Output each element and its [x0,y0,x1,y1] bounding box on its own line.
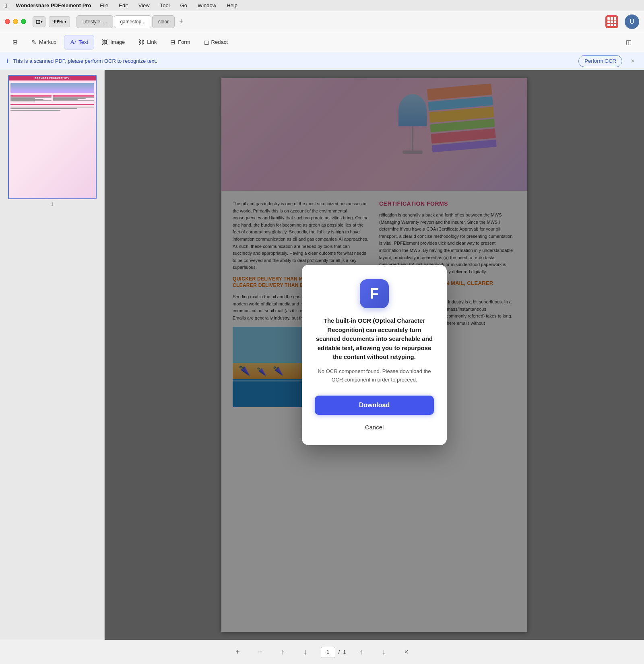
thumb-section-orange [10,104,94,105]
menu-edit[interactable]: Edit [117,2,129,9]
modal-app-icon: F [360,279,389,308]
bottom-bar: + − ↑ ↓ / 1 ↑ ↓ × [0,640,644,664]
apple-logo:  [5,2,7,9]
modal-icon-letter: F [370,285,379,302]
menu-help[interactable]: Help [225,2,239,9]
markup-icon: ✎ [31,39,37,46]
download-button[interactable]: Download [315,396,434,415]
modal-description: No OCR component found. Please download … [315,367,434,384]
tab-lifestyle[interactable]: Lifestyle -... [76,15,113,28]
ocr-banner-text: This is a scanned PDF, please perform OC… [13,58,574,64]
thumb-col-right [53,95,94,101]
tool-text-label: Text [78,39,88,45]
menu-tool[interactable]: Tool [159,2,171,9]
menu-file[interactable]: File [98,2,110,9]
zoom-chevron-icon: ▾ [64,19,66,24]
app-name: Wondershare PDFelement Pro [16,2,91,8]
fit-page-button[interactable]: ↑ [276,645,290,660]
cancel-button[interactable]: Cancel [355,421,394,434]
maximize-window-button[interactable] [21,19,26,24]
tool-panel-button[interactable]: ◫ [620,35,638,49]
menu-go[interactable]: Go [179,2,189,9]
page-thumb-inner: PROMOTE PRODUCTIVITY [9,76,96,198]
modal-title: The built-in OCR (Optical Character Reco… [315,316,434,362]
pdf-content-area[interactable]: The oil and gas industry is one of the m… [105,70,644,640]
redact-icon: ◻ [204,39,209,46]
thumb-line-b3 [10,110,61,111]
thumb-col-area [10,95,94,101]
thumb-body [9,80,96,112]
menu-window[interactable]: Window [196,2,218,9]
tab-bar: Lifestyle -... gamestop... color + [76,15,599,28]
tab-gamestop[interactable]: gamestop... [114,15,151,28]
tab-color[interactable]: color [152,15,175,28]
main-area: PROMOTE PRODUCTIVITY [0,70,644,640]
link-icon: ⛓ [138,39,144,45]
grid-icon [607,17,616,26]
zoom-out-button[interactable]: − [253,645,268,660]
sidebar-toggle-chevron: ▾ [41,19,43,24]
image-icon: 🖼 [102,39,108,45]
close-window-button[interactable] [5,19,10,24]
tool-link-label: Link [147,39,157,45]
thumb-line-b1 [10,107,94,107]
sidebar: PROMOTE PRODUCTIVITY [0,70,105,640]
minimize-window-button[interactable] [13,19,18,24]
ocr-banner: ℹ This is a scanned PDF, please perform … [0,52,644,70]
tool-redact-label: Redact [211,39,228,45]
perform-ocr-button[interactable]: Perform OCR [578,55,622,67]
prev-page-button[interactable]: ↑ [354,645,368,660]
tool-form-button[interactable]: ⊟ Form [164,35,196,49]
thumb-header: PROMOTE PRODUCTIVITY [9,76,96,80]
page-number-label: 1 [51,202,54,207]
panel-icon: ◫ [626,39,632,46]
tool-image-label: Image [110,39,125,45]
tool-form-label: Form [178,39,190,45]
text-icon: A/ [70,39,76,45]
close-document-button[interactable]: × [399,645,413,660]
sidebar-toggle-icon: ⊡ [36,19,41,25]
zoom-control[interactable]: 99% ▾ [49,16,70,27]
grid-view-button[interactable] [605,15,618,28]
add-tab-button[interactable]: + [175,16,187,27]
info-icon: ℹ [6,58,9,65]
pages-icon: ⊞ [12,39,18,46]
modal-overlay: F The built-in OCR (Optical Character Re… [105,70,644,640]
thumb-section-pink [10,95,52,97]
avatar-icon: U [630,18,634,25]
toolbar: ⊡ ▾ 99% ▾ Lifestyle -... gamestop... col… [0,11,644,32]
form-icon: ⊟ [170,39,175,46]
tool-link-button[interactable]: ⛓ Link [132,35,163,49]
page-separator: / [339,649,340,655]
menu-view[interactable]: View [137,2,151,9]
page-number-input[interactable] [321,647,335,658]
tool-image-button[interactable]: 🖼 Image [96,35,131,49]
thumb-line-b2 [10,108,77,109]
tool-text-button[interactable]: A/ Text [64,35,94,49]
tools-bar: ⊞ ✎ Markup A/ Text 🖼 Image ⛓ Link ⊟ Form… [0,32,644,52]
thumb-img-area [10,83,94,93]
page-thumbnail-1[interactable]: PROMOTE PRODUCTIVITY [8,75,97,199]
thumb-col-left [10,95,52,101]
thumb-section-pink-right [53,95,94,97]
tool-redact-button[interactable]: ◻ Redact [198,35,234,49]
page-indicator: / 1 [321,647,346,658]
next-page-button[interactable]: ↓ [376,645,391,660]
ocr-modal: F The built-in OCR (Optical Character Re… [302,265,447,445]
thumb-line-r4 [53,100,94,101]
zoom-level: 99% [52,19,63,25]
fit-width-button[interactable]: ↓ [298,645,313,660]
tool-markup-button[interactable]: ✎ Markup [25,35,62,49]
sidebar-toggle-button[interactable]: ⊡ ▾ [33,16,45,27]
thumb-line-5 [10,101,35,101]
tool-markup-label: Markup [39,39,56,45]
zoom-in-button[interactable]: + [231,645,245,660]
close-ocr-banner-button[interactable]: × [628,56,638,66]
total-pages: 1 [343,649,346,655]
traffic-lights [5,19,26,24]
user-avatar-button[interactable]: U [625,14,639,29]
menu-bar:  Wondershare PDFelement Pro File Edit V… [0,0,644,11]
tool-pages-button[interactable]: ⊞ [6,35,24,49]
